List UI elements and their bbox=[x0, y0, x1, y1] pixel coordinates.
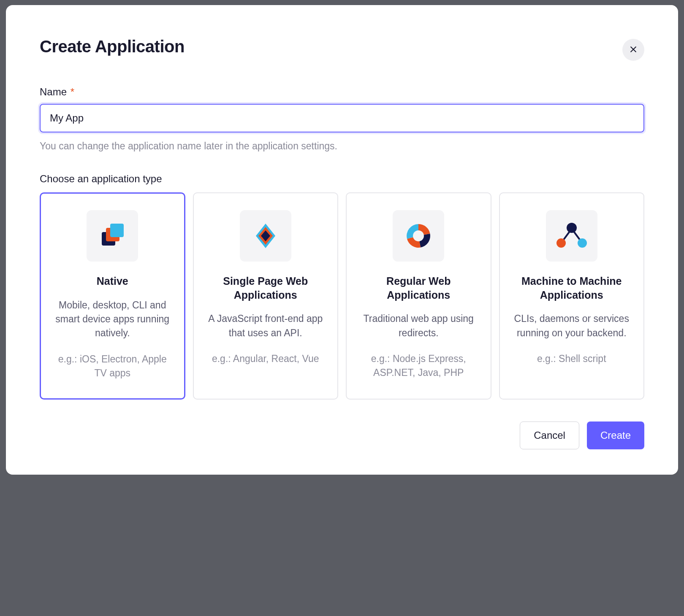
card-description: CLIs, daemons or services running on you… bbox=[513, 312, 631, 340]
name-label: Name * bbox=[40, 86, 644, 98]
app-type-section: Choose an application type Native Mobile… bbox=[40, 173, 644, 400]
cancel-button[interactable]: Cancel bbox=[520, 421, 579, 449]
native-icon bbox=[87, 210, 138, 262]
modal-header: Create Application bbox=[40, 37, 644, 61]
svg-point-13 bbox=[578, 238, 587, 248]
m2m-icon bbox=[546, 210, 597, 262]
card-title: Regular Web Applications bbox=[359, 274, 478, 302]
app-type-card-m2m[interactable]: Machine to Machine Applications CLIs, da… bbox=[499, 192, 645, 400]
card-description: Mobile, desktop, CLI and smart device ap… bbox=[53, 298, 172, 340]
card-example: e.g.: Shell script bbox=[513, 352, 631, 366]
regular-web-icon bbox=[393, 210, 444, 262]
card-example: e.g.: Node.js Express, ASP.NET, Java, PH… bbox=[359, 352, 478, 380]
name-label-text: Name bbox=[40, 86, 67, 97]
create-application-modal: Create Application Name * You can change… bbox=[6, 5, 678, 475]
app-type-card-spa[interactable]: Single Page Web Applications A JavaScrip… bbox=[193, 192, 339, 400]
card-description: Traditional web app using redirects. bbox=[359, 312, 478, 340]
app-type-card-regular-web[interactable]: Regular Web Applications Traditional web… bbox=[346, 192, 491, 400]
app-type-label: Choose an application type bbox=[40, 173, 644, 185]
card-example: e.g.: Angular, React, Vue bbox=[206, 352, 325, 366]
spa-icon bbox=[240, 210, 291, 262]
svg-point-11 bbox=[567, 223, 577, 233]
app-type-card-native[interactable]: Native Mobile, desktop, CLI and smart de… bbox=[40, 192, 185, 400]
card-title: Machine to Machine Applications bbox=[513, 274, 631, 302]
card-example: e.g.: iOS, Electron, Apple TV apps bbox=[53, 352, 172, 381]
card-description: A JavaScript front-end app that uses an … bbox=[206, 312, 325, 340]
svg-point-8 bbox=[413, 230, 424, 241]
app-type-grid: Native Mobile, desktop, CLI and smart de… bbox=[40, 192, 644, 400]
close-icon bbox=[629, 45, 638, 55]
card-title: Native bbox=[53, 274, 172, 288]
name-input-wrapper bbox=[40, 104, 644, 132]
close-button[interactable] bbox=[622, 39, 644, 61]
create-button[interactable]: Create bbox=[587, 421, 644, 449]
svg-rect-4 bbox=[110, 224, 124, 237]
name-input[interactable] bbox=[41, 105, 643, 132]
svg-point-12 bbox=[556, 238, 566, 248]
name-help-text: You can change the application name late… bbox=[40, 139, 644, 153]
name-field-section: Name * You can change the application na… bbox=[40, 86, 644, 153]
required-indicator: * bbox=[71, 86, 74, 97]
card-title: Single Page Web Applications bbox=[206, 274, 325, 302]
modal-footer: Cancel Create bbox=[40, 421, 644, 449]
modal-title: Create Application bbox=[40, 37, 185, 56]
